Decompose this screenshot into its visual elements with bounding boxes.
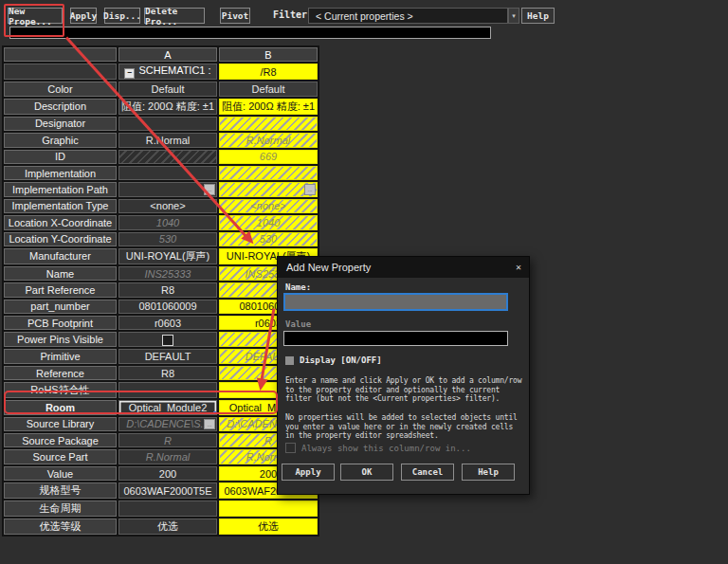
- cell-b[interactable]: [219, 500, 318, 517]
- corner-cell[interactable]: [4, 47, 117, 62]
- column-header-b[interactable]: B: [219, 47, 318, 62]
- apply-button[interactable]: Apply: [70, 8, 97, 24]
- row-label[interactable]: 生命周期: [4, 500, 117, 517]
- pivot-button[interactable]: Pivot: [220, 8, 250, 24]
- cell-b[interactable]: [219, 117, 318, 131]
- row-label[interactable]: Source Package: [4, 433, 117, 447]
- name-field[interactable]: [283, 293, 508, 311]
- checkbox-icon[interactable]: [285, 443, 296, 453]
- cell-b[interactable]: 优选: [219, 519, 318, 535]
- dialog-ok-button[interactable]: OK: [340, 464, 393, 481]
- dialog-cancel-button[interactable]: Cancel: [401, 464, 454, 481]
- close-icon[interactable]: ✕: [516, 262, 521, 272]
- cell-a[interactable]: r0603: [118, 316, 217, 330]
- cell-a[interactable]: 0801060009: [118, 300, 217, 314]
- cell-b[interactable]: Default: [219, 82, 318, 96]
- display-onoff-checkbox[interactable]: Display [ON/OFF]: [285, 355, 382, 365]
- cell-a[interactable]: Optical_Module2: [118, 400, 217, 414]
- cell-a[interactable]: [118, 382, 217, 398]
- cell-a[interactable]: [118, 500, 217, 517]
- column-header-a[interactable]: A: [118, 47, 217, 62]
- cell-a[interactable]: R: [118, 433, 217, 447]
- cell-a[interactable]: R8: [118, 366, 217, 380]
- delete-property-button[interactable]: Delete Pro...: [144, 8, 205, 24]
- row-label[interactable]: Primitive: [4, 349, 117, 363]
- ellipsis-button[interactable]: ...: [304, 184, 316, 194]
- cell-a[interactable]: ...: [118, 182, 217, 196]
- table-row: Implementation Path......: [4, 182, 318, 196]
- row-label[interactable]: Source Part: [4, 449, 117, 464]
- cell-b[interactable]: R.Normal: [219, 133, 318, 147]
- cell-a[interactable]: R.Normal: [118, 133, 217, 147]
- dialog-apply-button[interactable]: Apply: [282, 464, 335, 481]
- row-label[interactable]: ID: [4, 150, 117, 164]
- dialog-help-button[interactable]: Help: [462, 464, 515, 481]
- row-label[interactable]: Room: [4, 400, 117, 414]
- row-label[interactable]: PCB Footprint: [4, 316, 117, 330]
- cell-b[interactable]: 阻值: 200Ω 精度: ±1: [219, 99, 318, 115]
- row-label[interactable]: Graphic: [4, 133, 117, 147]
- cell-a[interactable]: Default: [118, 82, 217, 96]
- power-pins-checkbox[interactable]: [162, 335, 173, 346]
- row-label[interactable]: Color: [4, 82, 117, 96]
- row-label[interactable]: Implementation: [4, 166, 117, 180]
- cell-edit-input[interactable]: [9, 27, 491, 39]
- checkbox-icon[interactable]: [285, 356, 294, 365]
- collapse-icon[interactable]: −: [124, 68, 135, 79]
- row-label[interactable]: Location Y-Coordinate: [4, 232, 117, 246]
- cell-a[interactable]: 530: [118, 232, 217, 246]
- row-label[interactable]: Implementation Type: [4, 199, 117, 213]
- row-label[interactable]: Description: [4, 99, 117, 115]
- always-show-checkbox[interactable]: Always show this column/row in...: [285, 443, 471, 453]
- cell-b[interactable]: <none>: [219, 199, 318, 213]
- help-button[interactable]: Help: [521, 8, 555, 24]
- row-label[interactable]: Manufacturer: [4, 248, 117, 264]
- cell-a[interactable]: 阻值: 200Ω 精度: ±1: [118, 99, 217, 115]
- group-cell-b[interactable]: /R8: [219, 64, 318, 80]
- row-label[interactable]: 规格型号: [4, 482, 117, 499]
- cell-value: 200: [260, 468, 277, 480]
- row-label[interactable]: Location X-Coordinate: [4, 215, 117, 229]
- cell-a[interactable]: [118, 117, 217, 131]
- cell-b[interactable]: 530: [219, 232, 318, 246]
- row-label[interactable]: part_number: [4, 300, 117, 314]
- row-label[interactable]: Value: [4, 466, 117, 481]
- new-property-button[interactable]: New Prope...: [8, 8, 63, 24]
- cell-a[interactable]: 0603WAF2000T5E: [118, 482, 217, 499]
- cell-a[interactable]: DEFAULT: [118, 349, 217, 363]
- cell-a[interactable]: <none>: [118, 199, 217, 213]
- cell-a[interactable]: 200: [118, 466, 217, 481]
- cell-a[interactable]: UNI-ROYAL(厚声): [118, 248, 217, 264]
- cell-a[interactable]: 优选: [118, 519, 217, 535]
- ellipsis-button[interactable]: ...: [204, 184, 215, 194]
- dropdown-arrow-icon[interactable]: ▾: [508, 8, 519, 24]
- row-label[interactable]: Reference: [4, 366, 117, 380]
- row-label[interactable]: 优选等级: [4, 519, 117, 535]
- cell-a[interactable]: INS25333: [118, 266, 217, 281]
- cell-a[interactable]: [118, 150, 217, 164]
- row-label[interactable]: Power Pins Visible: [4, 332, 117, 347]
- row-label[interactable]: Name: [4, 266, 117, 281]
- group-cell-a[interactable]: −SCHEMATIC1 :: [118, 64, 217, 80]
- cell-a[interactable]: R8: [118, 282, 217, 297]
- row-label[interactable]: Designator: [4, 117, 117, 131]
- row-label[interactable]: Source Library: [4, 417, 117, 431]
- ellipsis-button[interactable]: ...: [204, 419, 215, 429]
- cell-b[interactable]: ...: [219, 182, 318, 196]
- cell-a[interactable]: R.Normal: [118, 449, 217, 464]
- row-label[interactable]: RoHS符合性: [4, 382, 117, 398]
- cell-a[interactable]: [118, 332, 217, 347]
- cell-b[interactable]: 669: [219, 150, 318, 164]
- row-label[interactable]: Implementation Path: [4, 182, 117, 196]
- cell-value: Optical_Module2: [129, 402, 208, 413]
- cell-a[interactable]: D:\CADENCE\S......: [118, 417, 217, 431]
- display-button[interactable]: Disp...: [104, 8, 140, 24]
- cell-a[interactable]: 1040: [118, 215, 217, 229]
- cell-b[interactable]: [219, 166, 318, 180]
- row-label[interactable]: Part Reference: [4, 282, 117, 297]
- fill-handle[interactable]: [213, 411, 217, 415]
- cell-a[interactable]: [118, 166, 217, 180]
- filter-dropdown[interactable]: < Current properties >: [308, 8, 508, 24]
- value-field[interactable]: [283, 331, 508, 346]
- cell-b[interactable]: 1040: [219, 215, 318, 229]
